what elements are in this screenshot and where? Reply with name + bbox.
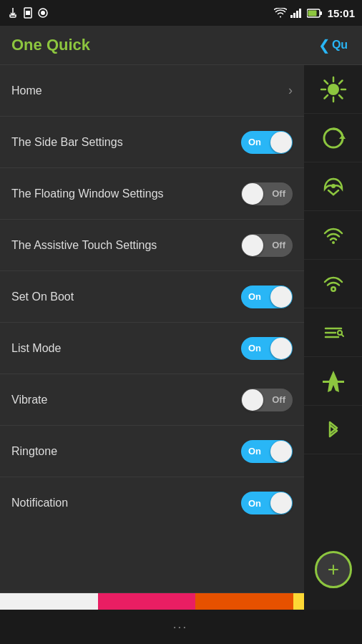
status-left-icons [7, 7, 49, 19]
svg-marker-21 [339, 135, 346, 139]
status-bar: 15:01 [0, 0, 362, 26]
setting-row-notification: Notification On [0, 477, 304, 529]
refresh-icon [320, 125, 347, 152]
hotspot-icon-item[interactable] [304, 260, 362, 308]
toggle-ringtone-label: On [248, 446, 261, 457]
svg-line-18 [339, 80, 343, 84]
battery-small-icon [37, 7, 49, 19]
sidebar-back-text: Qu [332, 39, 348, 52]
list-icon-item[interactable] [304, 308, 362, 357]
sidebar-back-button[interactable]: ❮ Qu [304, 26, 362, 65]
bluetooth-icon [320, 416, 347, 444]
toggle-boot-label: On [248, 291, 261, 302]
setting-row-home[interactable]: Home › [0, 65, 304, 117]
svg-line-32 [341, 334, 343, 336]
toggle-sidebar[interactable]: On [241, 131, 293, 154]
svg-point-24 [331, 184, 336, 188]
toggle-floating[interactable]: Off [241, 182, 293, 205]
toggle-assistive[interactable]: Off [241, 234, 293, 257]
setting-row-floating: The Floating Window Settings Off [0, 168, 304, 220]
svg-point-27 [332, 288, 334, 290]
setting-label-home: Home [11, 84, 42, 97]
toggle-ringtone[interactable]: On [241, 440, 293, 463]
mobile-data-icon-item[interactable] [304, 162, 362, 211]
back-arrow-icon: ❮ [318, 36, 331, 54]
toggle-ringtone-knob [270, 441, 292, 462]
wifi-status-icon [274, 8, 287, 18]
setting-label-sidebar: The Side Bar Settings [11, 136, 123, 149]
app-title: One Quick [11, 36, 90, 54]
setting-row-sidebar: The Side Bar Settings On [0, 117, 304, 168]
svg-line-16 [324, 80, 328, 84]
sim-icon [23, 7, 33, 19]
toggle-floating-knob [242, 183, 263, 205]
signal-icon [290, 8, 303, 18]
sidebar-icons-list [304, 65, 362, 454]
fab-container: + [315, 551, 352, 588]
list-icon [320, 319, 347, 346]
refresh-icon-item[interactable] [304, 114, 362, 162]
svg-rect-6 [296, 11, 298, 18]
toggle-listmode-label: On [248, 343, 261, 353]
brightness-icon [320, 76, 347, 103]
toggle-floating-label: Off [272, 188, 285, 199]
toggle-sidebar-label: On [248, 137, 261, 147]
setting-row-ringtone: Ringtone On [0, 426, 304, 477]
toggle-boot[interactable]: On [241, 286, 293, 308]
airplane-icon [320, 368, 347, 395]
toggle-vibrate[interactable]: Off [241, 389, 293, 411]
svg-rect-9 [320, 11, 322, 15]
setting-row-listmode: List Mode On [0, 323, 304, 374]
toggle-listmode-knob [270, 338, 292, 359]
toggle-notification[interactable]: On [241, 492, 293, 514]
usb-icon [7, 7, 19, 19]
fab-button[interactable]: + [315, 551, 352, 588]
toggle-vibrate-knob [242, 389, 263, 411]
setting-row-boot: Set On Boot On [0, 271, 304, 323]
app-header: One Quick [0, 26, 304, 65]
svg-rect-4 [290, 15, 293, 18]
hotspot-icon [320, 270, 347, 298]
toggle-vibrate-label: Off [272, 394, 285, 405]
svg-point-3 [41, 11, 45, 15]
bluetooth-icon-item[interactable] [304, 406, 362, 454]
airplane-icon-item[interactable] [304, 357, 362, 406]
setting-label-vibrate: Vibrate [11, 394, 47, 406]
status-right-icons: 15:01 [274, 7, 355, 19]
main-container: One Quick Home › The Side Bar Settings O… [0, 26, 362, 644]
setting-label-floating: The Floating Window Settings [11, 187, 164, 200]
toggle-assistive-label: Off [272, 240, 285, 250]
setting-label-notification: Notification [11, 497, 68, 509]
mobile-data-icon [320, 173, 347, 200]
svg-point-25 [332, 241, 335, 244]
nav-dots: ••• [174, 624, 188, 630]
svg-line-19 [324, 95, 328, 99]
wifi-icon-item[interactable] [304, 211, 362, 260]
toggle-notification-knob [270, 492, 292, 514]
brightness-icon-item[interactable] [304, 65, 362, 114]
svg-point-11 [328, 84, 339, 95]
setting-row-assistive: The Assistive Touch Settings Off [0, 220, 304, 271]
fab-plus-icon: + [328, 560, 339, 580]
setting-label-ringtone: Ringtone [11, 445, 57, 458]
settings-list: Home › The Side Bar Settings On The Floa… [0, 65, 304, 592]
setting-label-assistive: The Assistive Touch Settings [11, 239, 157, 252]
svg-rect-10 [308, 10, 316, 16]
toggle-notification-label: On [248, 498, 261, 509]
left-panel: One Quick Home › The Side Bar Settings O… [0, 26, 304, 644]
wifi-sidebar-icon [320, 222, 347, 249]
status-time: 15:01 [328, 7, 355, 19]
setting-label-listmode: List Mode [11, 342, 61, 355]
svg-rect-7 [299, 9, 301, 18]
svg-rect-1 [26, 11, 30, 15]
setting-row-vibrate: Vibrate Off [0, 374, 304, 426]
home-arrow-icon: › [288, 83, 293, 98]
setting-label-boot: Set On Boot [11, 291, 74, 303]
battery-icon [307, 9, 323, 18]
toggle-boot-knob [270, 286, 292, 308]
svg-rect-5 [293, 13, 295, 18]
toggle-listmode[interactable]: On [241, 337, 293, 360]
toggle-assistive-knob [242, 235, 263, 256]
bottom-nav: ••• [0, 610, 362, 644]
svg-line-17 [339, 95, 343, 99]
